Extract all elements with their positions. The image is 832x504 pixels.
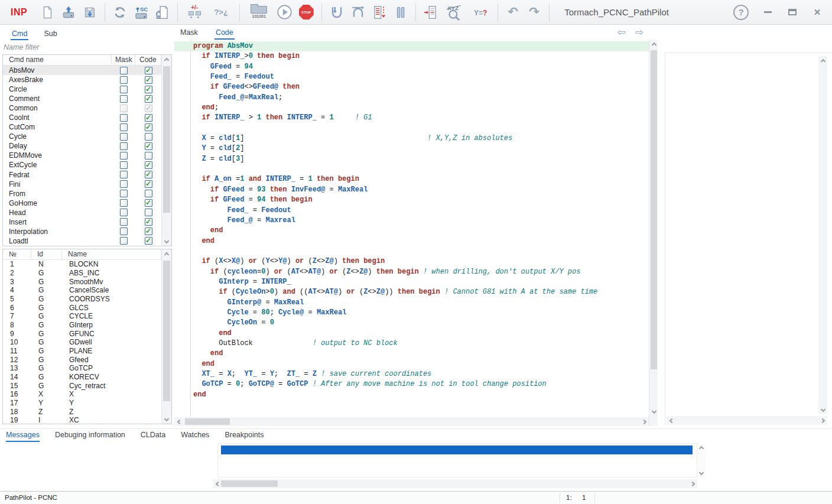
mask-checkbox[interactable] — [120, 142, 128, 150]
table-row[interactable]: 7GCYCLE — [3, 312, 161, 321]
refresh-button[interactable] — [110, 2, 129, 23]
table-row[interactable]: From — [3, 189, 161, 199]
messages-hscrollbar[interactable] — [213, 479, 697, 488]
tab-mask[interactable]: Mask — [179, 27, 199, 40]
code-checkbox[interactable] — [145, 86, 152, 93]
code-line[interactable]: end — [174, 226, 649, 236]
tab-debuging-information[interactable]: Debuging information — [55, 431, 125, 442]
code-line[interactable]: XT_ = X; YT_ = Y; ZT_ = Z ! save current… — [174, 369, 649, 379]
code-checkbox[interactable] — [145, 76, 152, 84]
table-row[interactable]: Insert — [3, 217, 161, 227]
code-checkbox[interactable] — [145, 171, 152, 178]
table-row[interactable]: GoHome — [3, 199, 161, 208]
register-table-scrollbar[interactable] — [161, 249, 171, 424]
code-checkbox[interactable] — [145, 209, 152, 216]
mask-checkbox[interactable] — [120, 209, 128, 216]
code-checkbox[interactable] — [145, 95, 152, 103]
code-line[interactable]: end; — [174, 103, 649, 113]
table-row[interactable]: 1NBLOCKN — [3, 260, 161, 269]
table-row[interactable]: 15GCyc_retract — [3, 381, 161, 390]
mask-checkbox[interactable] — [120, 86, 128, 93]
table-row[interactable]: 17YY — [3, 399, 161, 408]
mask-checkbox[interactable] — [120, 133, 128, 141]
code-line[interactable]: if (X<>X@) or (Y<>Y@) or (Z<>Z@) then be… — [174, 256, 649, 266]
step-into-button[interactable] — [327, 2, 346, 23]
mask-checkbox[interactable] — [120, 76, 128, 84]
scroll-up-arrow[interactable] — [697, 444, 706, 453]
table-row[interactable]: Coolnt — [3, 113, 161, 122]
code-line[interactable] — [174, 164, 649, 174]
table-row[interactable]: 13GGoTCP — [3, 364, 161, 373]
code-line[interactable]: if GFeed = 94 then begin — [174, 195, 649, 205]
syntax-question-button[interactable]: ?>¿ — [208, 2, 234, 23]
scroll-up-arrow[interactable] — [818, 57, 827, 66]
table-row[interactable]: Loadtl — [3, 236, 161, 246]
editor-hscrollbar[interactable] — [174, 417, 649, 426]
scroll-down-arrow[interactable] — [818, 405, 827, 414]
table-row[interactable]: 16XX — [3, 390, 161, 399]
code-line[interactable]: GInterp@ = MaxReal — [174, 298, 649, 308]
table-row[interactable]: 4GCancelScale — [3, 286, 161, 295]
code-line[interactable]: if INTERP_>0 then begin — [174, 51, 649, 61]
navigate-forward-icon[interactable]: ⇨ — [635, 27, 644, 37]
scroll-thumb[interactable] — [221, 480, 278, 487]
code-checkbox[interactable] — [145, 237, 152, 245]
code-checkbox[interactable] — [145, 199, 152, 207]
scroll-up-arrow[interactable] — [162, 56, 171, 64]
mask-checkbox[interactable] — [120, 105, 128, 112]
secondary-hscrollbar[interactable] — [667, 416, 827, 425]
tab-watches[interactable]: Watches — [181, 431, 209, 442]
table-row[interactable]: Interpolation — [3, 227, 161, 236]
scroll-thumb[interactable] — [163, 261, 170, 401]
cmd-table-scrollbar[interactable] — [161, 55, 171, 246]
code-line[interactable]: end — [174, 236, 649, 246]
tab-breakpoints[interactable]: Breakpoints — [225, 431, 264, 442]
mask-checkbox[interactable] — [120, 67, 128, 74]
code-line[interactable]: GoTCP = 0; GoTCP@ = GoTCP ! After any mo… — [174, 379, 649, 389]
scroll-down-arrow[interactable] — [697, 468, 706, 477]
code-line[interactable]: if GFeed = 93 then InvFeed@ = MaxReal — [174, 185, 649, 195]
code-editor[interactable]: program AbsMov if INTERP_>0 then begin G… — [174, 40, 649, 417]
table-row[interactable]: Circle — [3, 84, 161, 94]
tab-code[interactable]: Code — [214, 27, 235, 40]
column-header-cmd-name[interactable]: Cmd name — [3, 55, 112, 65]
tab-cldata[interactable]: CLData — [141, 431, 165, 442]
scroll-right-arrow[interactable] — [688, 479, 697, 488]
mask-checkbox[interactable] — [120, 114, 128, 122]
table-row[interactable]: 9GGFUNC — [3, 329, 161, 338]
table-row[interactable]: Cycle — [3, 132, 161, 141]
table-row[interactable]: 10GGDwell — [3, 338, 161, 347]
code-line[interactable]: Feed_ = Feedout — [174, 206, 649, 216]
scroll-left-arrow[interactable] — [667, 416, 676, 425]
mask-checkbox[interactable] — [120, 227, 128, 235]
binary-folder-button[interactable]: 101001 — [245, 2, 272, 23]
table-row[interactable]: 5GCOORDSYS — [3, 295, 161, 304]
scroll-thumb[interactable] — [651, 50, 657, 369]
help-button[interactable]: ? — [730, 2, 752, 23]
mask-checkbox[interactable] — [120, 171, 128, 178]
table-row[interactable]: Fedrat — [3, 170, 161, 180]
table-row[interactable]: Common — [3, 103, 161, 113]
messages-vscrollbar[interactable] — [697, 444, 706, 477]
mask-checkbox[interactable] — [120, 199, 128, 207]
code-line[interactable]: end — [174, 329, 649, 339]
code-checkbox[interactable] — [145, 180, 152, 188]
code-checkbox[interactable] — [145, 133, 152, 141]
restore-button[interactable] — [784, 5, 801, 20]
bottom-splitter[interactable] — [0, 428, 832, 429]
open-button[interactable] — [59, 2, 78, 23]
code-line[interactable]: Z = cld[3] — [174, 154, 649, 164]
table-row[interactable]: Fini — [3, 180, 161, 189]
code-checkbox[interactable] — [145, 67, 152, 74]
scroll-right-arrow[interactable] — [639, 417, 648, 426]
run-to-line-button[interactable] — [370, 2, 389, 23]
code-line[interactable]: OutBlock ! output to NC block — [174, 339, 649, 349]
mask-checkbox[interactable] — [120, 190, 128, 197]
mask-checkbox[interactable] — [120, 237, 128, 245]
table-row[interactable]: 2GABS_INC — [3, 269, 161, 278]
scroll-up-arrow[interactable] — [162, 250, 171, 259]
scroll-up-arrow[interactable] — [649, 40, 658, 49]
code-line[interactable]: CycleOn = 0 — [174, 318, 649, 328]
table-row[interactable]: AxesBrake — [3, 75, 161, 84]
column-header-name[interactable]: Name — [62, 249, 161, 259]
